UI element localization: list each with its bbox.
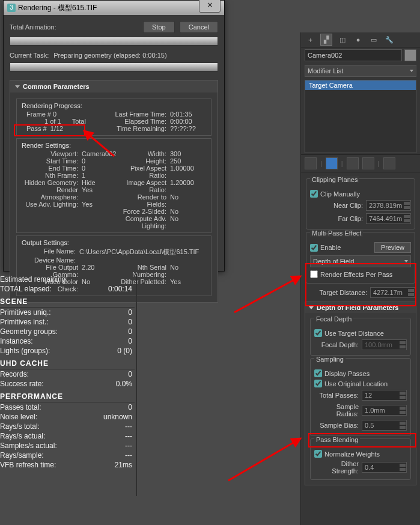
- caret-icon: [309, 306, 314, 309]
- sample-radius-spinner[interactable]: 1.0mm: [362, 405, 407, 416]
- object-name-input[interactable]: [305, 49, 402, 61]
- cancel-button[interactable]: Cancel: [180, 21, 218, 33]
- app-icon: 3: [7, 4, 16, 12]
- sample-bias-spinner[interactable]: 0.5: [362, 420, 407, 431]
- configure-icon[interactable]: [383, 157, 395, 169]
- color-swatch[interactable]: [404, 49, 416, 61]
- annotation-arrow-2: [228, 270, 312, 318]
- stack-item-target-camera[interactable]: Target Camera: [305, 80, 416, 90]
- dialog-titlebar[interactable]: 3 Rendering - 模型615.TIF ✕: [4, 1, 224, 15]
- stop-button[interactable]: Stop: [143, 21, 175, 33]
- modify-icon[interactable]: ▞: [320, 34, 332, 46]
- annotation-arrow-3: [222, 420, 312, 487]
- enable-mpe-checkbox[interactable]: [310, 244, 318, 252]
- unique-icon[interactable]: [347, 157, 359, 169]
- stack-toolbar: | | |: [301, 154, 420, 172]
- hierarchy-icon[interactable]: ◫: [337, 34, 348, 45]
- total-animation-label: Total Animation:: [10, 23, 138, 31]
- chevron-down-icon: [404, 260, 408, 262]
- svg-line-2: [228, 439, 300, 481]
- close-icon[interactable]: ✕: [199, 0, 221, 13]
- stats-panel: Estimated remaining: TOTAL elapsed:0:00:…: [0, 275, 135, 470]
- display-passes-checkbox[interactable]: [314, 369, 322, 377]
- use-original-location-checkbox[interactable]: [314, 380, 322, 387]
- current-task-progress: [10, 62, 218, 71]
- normalize-weights-checkbox[interactable]: [314, 450, 322, 458]
- common-parameters-header[interactable]: Common Parameters: [10, 80, 218, 93]
- render-dialog: 3 Rendering - 模型615.TIF ✕ Total Animatio…: [3, 0, 225, 272]
- use-target-distance-checkbox[interactable]: [314, 329, 322, 337]
- output-settings-label: Output Settings:: [22, 239, 206, 246]
- total-passes-spinner[interactable]: 12: [362, 390, 407, 401]
- svg-line-1: [234, 276, 300, 312]
- total-animation-progress: [10, 37, 218, 46]
- show-result-icon[interactable]: [326, 157, 338, 169]
- motion-icon[interactable]: ●: [353, 34, 364, 45]
- current-task-value: Preparing geometry (elapsed: 0:00:15): [53, 52, 166, 59]
- modifier-stack[interactable]: Target Camera: [305, 80, 416, 153]
- dither-strength-spinner[interactable]: 0.4: [362, 462, 407, 473]
- command-tabs: ＋ ▞ ◫ ● ▭ 🔧: [301, 32, 420, 47]
- trash-icon[interactable]: [362, 157, 374, 169]
- dialog-title: Rendering - 模型615.TIF: [18, 3, 97, 13]
- preview-button[interactable]: Preview: [374, 242, 411, 253]
- divider: [136, 274, 137, 496]
- display-icon[interactable]: ▭: [368, 34, 379, 45]
- render-effects-per-pass-checkbox[interactable]: [310, 270, 318, 278]
- command-panel: ＋ ▞ ◫ ● ▭ 🔧 Modifier List Target Camera …: [300, 32, 420, 525]
- target-distance-spinner[interactable]: 4272.17m: [370, 287, 415, 298]
- clip-manually-checkbox[interactable]: [310, 190, 318, 198]
- utilities-icon[interactable]: 🔧: [384, 34, 395, 45]
- modifier-list-dropdown[interactable]: Modifier List: [305, 65, 416, 77]
- near-clip-spinner[interactable]: 2378.819m: [366, 200, 411, 211]
- plus-icon[interactable]: ＋: [305, 34, 315, 45]
- chevron-down-icon: [410, 70, 413, 72]
- caret-icon: [15, 85, 20, 88]
- mpe-type-dropdown[interactable]: Depth of Field: [310, 255, 411, 267]
- far-clip-spinner[interactable]: 7464.491m: [366, 213, 411, 224]
- dof-rollout-header[interactable]: Depth of Field Parameters: [305, 302, 416, 313]
- current-task-label: Current Task:: [10, 52, 49, 59]
- rendering-progress-label: Rendering Progress:: [22, 102, 206, 109]
- render-settings-label: Render Settings:: [22, 142, 206, 149]
- pass-row: Pass # 1/12: [26, 125, 110, 132]
- focal-depth-spinner: 100.0mm: [362, 339, 407, 350]
- pin-icon[interactable]: [305, 157, 317, 169]
